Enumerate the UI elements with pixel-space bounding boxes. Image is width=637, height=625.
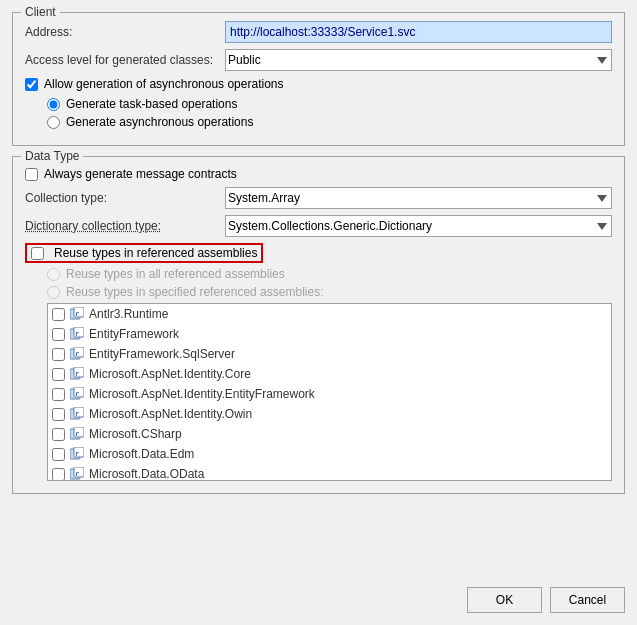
- assembly-item[interactable]: r EntityFramework: [48, 324, 611, 344]
- reuse-specified-radio[interactable]: [47, 286, 60, 299]
- reuse-specified-row: Reuse types in specified referenced asse…: [47, 285, 612, 299]
- svg-text:r: r: [75, 350, 79, 358]
- radio-task-row: Generate task-based operations: [47, 97, 612, 111]
- assembly-checkbox[interactable]: [52, 448, 65, 461]
- svg-text:r: r: [75, 430, 79, 438]
- assembly-item[interactable]: r Antlr3.Runtime: [48, 304, 611, 324]
- radio-group: Generate task-based operations Generate …: [47, 97, 612, 129]
- radio-async-row: Generate asynchronous operations: [47, 115, 612, 129]
- radio-async[interactable]: [47, 116, 60, 129]
- assembly-name: Microsoft.AspNet.Identity.Core: [89, 367, 251, 381]
- svg-text:r: r: [75, 370, 79, 378]
- assembly-checkbox[interactable]: [52, 388, 65, 401]
- svg-text:r: r: [75, 390, 79, 398]
- access-level-select[interactable]: Public Internal: [225, 49, 612, 71]
- radio-task[interactable]: [47, 98, 60, 111]
- assembly-name: Antlr3.Runtime: [89, 307, 168, 321]
- access-level-row: Access level for generated classes: Publ…: [25, 49, 612, 71]
- assembly-checkbox[interactable]: [52, 428, 65, 441]
- cancel-button[interactable]: Cancel: [550, 587, 625, 613]
- assembly-icon: r: [69, 326, 85, 342]
- assembly-icon: r: [69, 346, 85, 362]
- allow-async-row: Allow generation of asynchronous operati…: [25, 77, 612, 91]
- radio-async-label: Generate asynchronous operations: [66, 115, 253, 129]
- reuse-types-highlight: Reuse types in referenced assemblies: [25, 243, 263, 263]
- always-generate-checkbox[interactable]: [25, 168, 38, 181]
- collection-type-row: Collection type: System.Array System.Col…: [25, 187, 612, 209]
- dialog: Client Address: Access level for generat…: [0, 0, 637, 625]
- assembly-checkbox[interactable]: [52, 308, 65, 321]
- reuse-radio-group: Reuse types in all referenced assemblies…: [47, 267, 612, 299]
- assembly-checkbox[interactable]: [52, 468, 65, 481]
- radio-task-label: Generate task-based operations: [66, 97, 237, 111]
- assembly-checkbox[interactable]: [52, 368, 65, 381]
- data-type-group: Data Type Always generate message contra…: [12, 156, 625, 494]
- allow-async-checkbox[interactable]: [25, 78, 38, 91]
- assembly-icon: r: [69, 446, 85, 462]
- collection-type-select[interactable]: System.Array System.Collections.Generic.…: [225, 187, 612, 209]
- always-generate-row: Always generate message contracts: [25, 167, 612, 181]
- assembly-item[interactable]: r Microsoft.AspNet.Identity.Owin: [48, 404, 611, 424]
- assembly-icon: r: [69, 406, 85, 422]
- assembly-item[interactable]: r Microsoft.Data.Edm: [48, 444, 611, 464]
- collection-type-label: Collection type:: [25, 191, 225, 205]
- assembly-checkbox[interactable]: [52, 408, 65, 421]
- svg-text:r: r: [75, 310, 79, 318]
- assembly-icon: r: [69, 426, 85, 442]
- reuse-types-checkbox[interactable]: [31, 247, 44, 260]
- reuse-types-row: Reuse types in referenced assemblies: [25, 243, 612, 263]
- reuse-types-label: Reuse types in referenced assemblies: [54, 246, 257, 260]
- svg-text:r: r: [75, 450, 79, 458]
- dictionary-label: Dictionary collection type:: [25, 219, 225, 233]
- ok-button[interactable]: OK: [467, 587, 542, 613]
- dictionary-row: Dictionary collection type: System.Colle…: [25, 215, 612, 237]
- reuse-all-row: Reuse types in all referenced assemblies: [47, 267, 612, 281]
- address-input[interactable]: [225, 21, 612, 43]
- assembly-checkbox[interactable]: [52, 328, 65, 341]
- assembly-icon: r: [69, 386, 85, 402]
- assembly-name: EntityFramework: [89, 327, 179, 341]
- assembly-name: Microsoft.CSharp: [89, 427, 182, 441]
- allow-async-label: Allow generation of asynchronous operati…: [44, 77, 283, 91]
- assembly-icon: r: [69, 466, 85, 481]
- data-type-group-label: Data Type: [21, 149, 83, 163]
- assembly-name: Microsoft.Data.Edm: [89, 447, 194, 461]
- svg-text:r: r: [75, 330, 79, 338]
- assembly-item[interactable]: r Microsoft.AspNet.Identity.EntityFramew…: [48, 384, 611, 404]
- svg-text:r: r: [75, 470, 79, 478]
- assembly-item[interactable]: r EntityFramework.SqlServer: [48, 344, 611, 364]
- assembly-item[interactable]: r Microsoft.AspNet.Identity.Core: [48, 364, 611, 384]
- address-label: Address:: [25, 25, 225, 39]
- client-group-label: Client: [21, 5, 60, 19]
- access-level-label: Access level for generated classes:: [25, 53, 225, 67]
- always-generate-label: Always generate message contracts: [44, 167, 237, 181]
- assembly-item[interactable]: r Microsoft.Data.OData: [48, 464, 611, 481]
- assembly-icon: r: [69, 306, 85, 322]
- assembly-name: Microsoft.AspNet.Identity.EntityFramewor…: [89, 387, 315, 401]
- reuse-all-radio[interactable]: [47, 268, 60, 281]
- assembly-list[interactable]: r Antlr3.Runtime r EntityFramework r: [47, 303, 612, 481]
- assembly-name: EntityFramework.SqlServer: [89, 347, 235, 361]
- address-row: Address:: [25, 21, 612, 43]
- assembly-icon: r: [69, 366, 85, 382]
- reuse-all-label: Reuse types in all referenced assemblies: [66, 267, 285, 281]
- dictionary-select[interactable]: System.Collections.Generic.Dictionary: [225, 215, 612, 237]
- assembly-item[interactable]: r Microsoft.CSharp: [48, 424, 611, 444]
- reuse-specified-label: Reuse types in specified referenced asse…: [66, 285, 323, 299]
- assembly-checkbox[interactable]: [52, 348, 65, 361]
- assembly-name: Microsoft.AspNet.Identity.Owin: [89, 407, 252, 421]
- buttons-row: OK Cancel: [12, 579, 625, 613]
- assembly-name: Microsoft.Data.OData: [89, 467, 204, 481]
- client-group: Client Address: Access level for generat…: [12, 12, 625, 146]
- svg-text:r: r: [75, 410, 79, 418]
